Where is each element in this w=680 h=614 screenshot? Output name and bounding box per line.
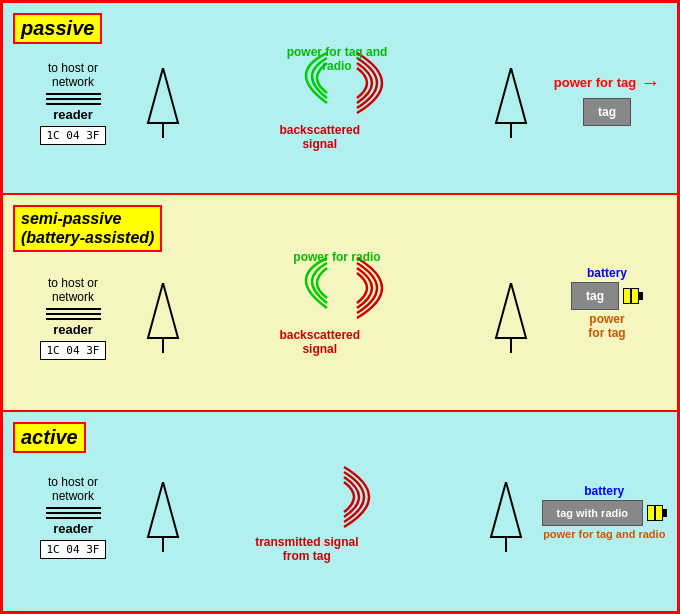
active-panel: active to host or network reader 1C 04 3… [3, 412, 677, 611]
semi-battery-icon [623, 288, 643, 304]
semi-label-text: semi-passive(battery-assisted) [21, 210, 154, 246]
active-right-antenna [486, 482, 526, 552]
semi-left-antenna-svg [143, 283, 183, 353]
passive-tag-box: tag [583, 98, 631, 126]
active-battery-terminal [663, 509, 667, 517]
passive-cable [46, 93, 101, 105]
svg-marker-6 [496, 283, 526, 338]
cable-line-1 [46, 93, 101, 95]
semi-cable-line-1 [46, 308, 101, 310]
active-left-antenna [143, 482, 183, 552]
semi-host-text: to host or network [48, 276, 98, 304]
semi-battery-label: battery [587, 266, 627, 280]
main-container: passive to host or network reader 1C 04 … [0, 0, 680, 614]
passive-arrow-icon: → [640, 71, 660, 94]
passive-right-antenna [491, 68, 531, 138]
active-label: active [13, 422, 86, 453]
active-signals: transmitted signalfrom tag [193, 457, 476, 567]
active-left: to host or network reader 1C 04 3F [13, 475, 133, 559]
active-cable [46, 507, 101, 519]
active-label-text: active [21, 426, 78, 448]
active-left-antenna-svg [143, 482, 183, 552]
semi-right-antenna [491, 283, 531, 353]
svg-marker-2 [496, 68, 526, 123]
semi-tag-battery-row: tag [571, 282, 643, 310]
svg-marker-8 [148, 482, 178, 537]
passive-power-tag-text: power for tag [554, 75, 636, 90]
passive-power-tag-label: power for tag → [554, 71, 660, 94]
active-cable-line-3 [46, 517, 101, 519]
passive-panel: passive to host or network reader 1C 04 … [3, 3, 677, 195]
cable-line-2 [46, 98, 101, 100]
svg-marker-10 [491, 482, 521, 537]
passive-backscattered-label: backscatteredsignal [279, 123, 360, 151]
passive-left-antenna-svg [143, 68, 183, 138]
active-reader-label: reader [53, 521, 93, 536]
semi-reader-label: reader [53, 322, 93, 337]
active-reader-box: 1C 04 3F [40, 540, 107, 559]
semi-battery-terminal [639, 292, 643, 300]
semi-reader-box: 1C 04 3F [40, 341, 107, 360]
passive-left: to host or network reader 1C 04 3F [13, 61, 133, 145]
active-tag-box: tag with radio [542, 500, 644, 526]
semi-battery-cell-2 [631, 288, 639, 304]
semi-cable [46, 308, 101, 320]
active-right: battery tag with radio power for tag and… [542, 484, 668, 540]
active-host-text: to host or network [48, 475, 98, 503]
semi-panel: semi-passive(battery-assisted) to host o… [3, 195, 677, 412]
active-power-tag-label: power for tag and radio [543, 528, 665, 540]
active-right-antenna-svg [486, 482, 526, 552]
active-battery-cell-2 [655, 505, 663, 521]
semi-right-antenna-svg [491, 283, 531, 353]
passive-reader-box: 1C 04 3F [40, 126, 107, 145]
svg-marker-4 [148, 283, 178, 338]
passive-label-text: passive [21, 17, 94, 39]
active-cable-line-1 [46, 507, 101, 509]
semi-right: battery tag powerfor tag [547, 266, 667, 340]
semi-left: to host or network reader 1C 04 3F [13, 276, 133, 360]
svg-marker-0 [148, 68, 178, 123]
active-battery-label: battery [584, 484, 624, 498]
active-battery-icon [647, 505, 667, 521]
passive-reader-label: reader [53, 107, 93, 122]
passive-power-label: power for tag andradio [287, 45, 388, 73]
passive-left-antenna [143, 68, 183, 138]
passive-label: passive [13, 13, 102, 44]
active-transmitted-label: transmitted signalfrom tag [255, 535, 358, 563]
semi-power-radio-label: power for radio [293, 250, 380, 264]
active-cable-line-2 [46, 512, 101, 514]
semi-left-antenna [143, 283, 183, 353]
passive-right: power for tag → tag [547, 71, 667, 126]
passive-signals: power for tag andradio backscatteredsign… [193, 43, 481, 153]
semi-power-tag-label: powerfor tag [588, 312, 625, 340]
semi-battery-cell-1 [623, 288, 631, 304]
cable-line-3 [46, 103, 101, 105]
semi-signals: power for radio backscatteredsignal [193, 248, 481, 358]
passive-right-antenna-svg [491, 68, 531, 138]
active-tag-battery-row: tag with radio [542, 500, 668, 526]
semi-backscattered-label: backscatteredsignal [279, 328, 360, 356]
semi-label: semi-passive(battery-assisted) [13, 205, 162, 251]
active-battery-cell-1 [647, 505, 655, 521]
passive-host-text: to host or network [48, 61, 98, 89]
semi-cable-line-3 [46, 318, 101, 320]
semi-tag-box: tag [571, 282, 619, 310]
semi-cable-line-2 [46, 313, 101, 315]
